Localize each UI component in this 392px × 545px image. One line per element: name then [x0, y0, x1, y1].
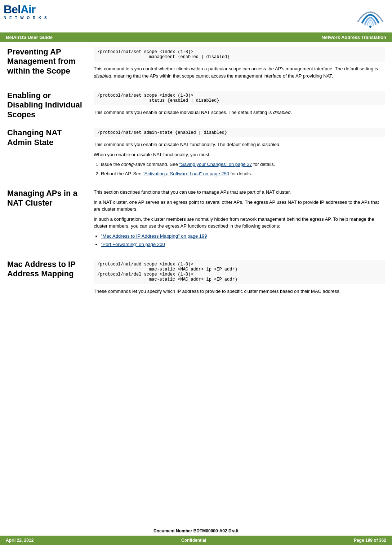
belair-logo: BelAir	[4, 4, 48, 15]
para-managing-aps-2: In a NAT cluster, one AP serves as an eg…	[94, 199, 385, 213]
italic-disabled-2: disabled	[273, 110, 290, 115]
section-heading-enabling-disabling: Enabling or Disabling Individual Scopes	[7, 89, 86, 119]
bullet-item-port: "Port Forwarding" on page 200	[101, 241, 385, 248]
link-saving-changes[interactable]: "Saving your Changes" on page 37	[179, 162, 252, 167]
para-enabling-disabling-1: This command lets you enable or disable …	[94, 109, 385, 116]
section-enabling-disabling: Enabling or Disabling Individual Scopes …	[7, 89, 385, 119]
footer-doc-number: Document Number BDTM00000-A02 Draft	[0, 527, 392, 535]
list-item-2: Reboot the AP. See "Activating a Softwar…	[101, 170, 385, 177]
code-preventing-ap: /protocol/nat/set scope <index (1-8)> ma…	[94, 47, 385, 62]
doc-number-text: Document Number BDTM00000-A02 Draft	[153, 528, 239, 533]
chapter-title: Network Address Translation	[322, 35, 386, 40]
para-preventing-ap-1: This command lets you control whether cl…	[94, 65, 385, 79]
code-enabling-disabling: /protocol/nat/set scope <index (1-8)> st…	[94, 91, 385, 105]
section-heading-changing-nat: Changing NAT Admin State	[7, 127, 86, 180]
footer-page: Page 199 of 362	[354, 538, 386, 543]
para-changing-nat-1: This command lets you enable or disable …	[94, 141, 385, 148]
list-item-1: Issue the config-save command. See "Savi…	[101, 161, 385, 168]
section-heading-preventing-ap: Preventing AP Management from within the…	[7, 46, 86, 82]
section-body-preventing-ap: /protocol/nat/set scope <index (1-8)> ma…	[94, 46, 385, 82]
section-managing-aps: Managing APs in a NAT Cluster This secti…	[7, 187, 385, 251]
section-body-mac-address: /protocol/nat/add scope <index (1-8)> ma…	[94, 258, 385, 298]
link-port-forwarding[interactable]: "Port Forwarding" on page 200	[101, 242, 165, 247]
bullet-item-mac: "Mac Address to IP Address Mapping" on p…	[101, 233, 385, 240]
footer-bar: April 22, 2012 Confidential Page 199 of …	[0, 536, 392, 545]
footer-date: April 22, 2012	[6, 538, 34, 543]
bullet-list-managing-aps: "Mac Address to IP Address Mapping" on p…	[101, 233, 385, 248]
italic-config-save: config-save	[121, 162, 145, 167]
section-heading-managing-aps: Managing APs in a NAT Cluster	[7, 187, 86, 251]
code-changing-nat: /protocol/nat/set admin-state {enabled |…	[94, 128, 385, 137]
main-content: Preventing AP Management from within the…	[0, 42, 392, 308]
guide-title: BelAirOS User Guide	[6, 35, 53, 40]
logo-air: Air	[21, 3, 35, 16]
logo-area: BelAir N E T W O R K S	[4, 4, 48, 20]
section-mac-address: Mac Address to IP Address Mapping /proto…	[7, 258, 385, 298]
italic-disabled-3: disabled	[262, 142, 279, 147]
section-changing-nat: Changing NAT Admin State /protocol/nat/s…	[7, 127, 385, 180]
link-activating-software[interactable]: "Activating a Software Load" on page 250	[143, 171, 229, 176]
para-managing-aps-1: This section describes functions that yo…	[94, 189, 385, 196]
ordered-list-changing-nat: Issue the config-save command. See "Savi…	[101, 161, 385, 177]
brand-icon	[356, 4, 385, 29]
page-header: BelAir N E T W O R K S	[0, 0, 392, 32]
section-body-changing-nat: /protocol/nat/set admin-state {enabled |…	[94, 127, 385, 180]
code-mac-address: /protocol/nat/add scope <index (1-8)> ma…	[94, 260, 385, 284]
italic-disabled-1: disabled	[94, 73, 111, 79]
svg-point-0	[369, 26, 371, 28]
section-body-enabling-disabling: /protocol/nat/set scope <index (1-8)> st…	[94, 89, 385, 119]
logo-networks: N E T W O R K S	[4, 16, 48, 20]
title-bar: BelAirOS User Guide Network Address Tran…	[0, 32, 392, 42]
section-body-managing-aps: This section describes functions that yo…	[94, 187, 385, 251]
para-changing-nat-2: When you enable or disable NAT functiona…	[94, 151, 385, 158]
logo-bel: Bel	[4, 3, 21, 16]
footer-confidential: Confidential	[181, 538, 206, 543]
link-mac-address[interactable]: "Mac Address to IP Address Mapping" on p…	[101, 233, 207, 239]
para-mac-address-1: These commands let you specify which IP …	[94, 288, 385, 295]
para-managing-aps-3: In such a configuration, the cluster mem…	[94, 216, 385, 230]
section-preventing-ap: Preventing AP Management from within the…	[7, 46, 385, 82]
section-heading-mac-address: Mac Address to IP Address Mapping	[7, 258, 86, 298]
